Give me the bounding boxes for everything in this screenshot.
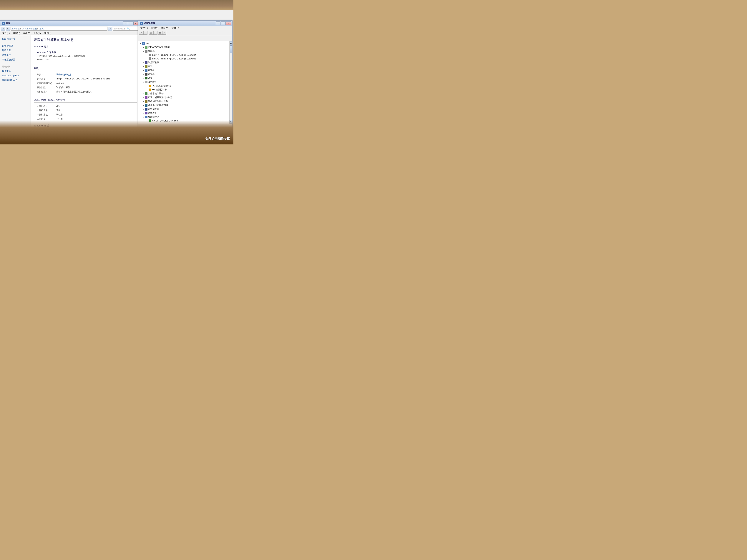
- device-list-btn[interactable]: ▤: [158, 31, 162, 35]
- tree-item-computer[interactable]: ► 计算机: [138, 68, 232, 72]
- sidebar-device-manager[interactable]: 设备管理器: [1, 44, 30, 48]
- sidebar-windows-update[interactable]: Windows Update: [1, 74, 30, 77]
- rating-value[interactable]: 系统分级不可用: [56, 73, 137, 76]
- sidebar-performance[interactable]: 性能信息和工具: [1, 78, 30, 82]
- system-breadcrumb[interactable]: 控制面板 ► 所有控制面板项 ► 系统: [10, 27, 107, 31]
- device-maximize-button[interactable]: □: [221, 22, 226, 25]
- tree-root-item[interactable]: ▼ 🖥 086: [138, 42, 232, 45]
- tree-cpu-expand[interactable]: ▼: [142, 50, 145, 53]
- tree-audio-expand[interactable]: ►: [142, 96, 145, 99]
- tree-computer-expand[interactable]: ►: [142, 69, 145, 72]
- sidebar-protection[interactable]: 系统保护: [1, 53, 30, 57]
- tree-battery-expand[interactable]: ►: [142, 65, 145, 68]
- tree-item-battery[interactable]: ► 电池: [138, 64, 232, 68]
- device-close-button[interactable]: ✕: [226, 22, 231, 25]
- device-help-btn[interactable]: ?: [153, 31, 157, 35]
- tree-item-pci[interactable]: ► PCI 简易通讯控制器: [138, 84, 232, 88]
- tree-item-audio[interactable]: ► 声音、视频和游戏控制器: [138, 96, 232, 100]
- system-refresh-button[interactable]: ↻: [108, 27, 112, 31]
- tree-keyboard-expand[interactable]: ►: [142, 77, 145, 80]
- tree-network-expand[interactable]: ►: [142, 108, 145, 111]
- sidebar-home-link[interactable]: 控制面板主页: [1, 37, 30, 41]
- tree-item-other[interactable]: ▼ 其他设备: [138, 80, 232, 84]
- breadcrumb-item-1[interactable]: 控制面板: [11, 27, 20, 30]
- tree-item-mouse[interactable]: ► 鼠标和其他指针设备: [138, 100, 232, 103]
- tree-display-expand[interactable]: ▼: [142, 115, 145, 118]
- tree-item-network[interactable]: ► 网络适配器: [138, 107, 232, 111]
- scroll-up-btn[interactable]: ▲: [230, 41, 232, 45]
- tree-root-expand[interactable]: ▼: [139, 42, 142, 45]
- device-menu-view[interactable]: 查看(V): [159, 26, 170, 30]
- computer-desc-row: 计算机描述： 不可用: [34, 113, 137, 117]
- tree-item-hid[interactable]: ► 人体学输入设备: [138, 92, 232, 96]
- computer-name-row: 计算机名： 086: [34, 104, 137, 108]
- cpu2-icon: [149, 57, 151, 60]
- system-minimize-button[interactable]: ─: [123, 22, 128, 25]
- tree-item-sysdev[interactable]: ► 系统设备: [138, 111, 232, 115]
- tree-item-cpu-group[interactable]: ▼ 处理器: [138, 49, 232, 53]
- menu-tools[interactable]: 工具(T): [32, 31, 42, 35]
- menu-edit[interactable]: 编辑(E): [11, 31, 22, 35]
- sidebar-advanced[interactable]: 高级系统设置: [1, 58, 30, 62]
- mouse-icon: [145, 100, 148, 103]
- tree-usb-expand[interactable]: ►: [142, 104, 145, 107]
- computer-fullname-row: 计算机全名： 086: [34, 108, 137, 113]
- os-type-value: 64 位操作系统: [56, 86, 137, 89]
- tree-item-cpu1[interactable]: ► Intel(R) Pentium(R) CPU G2010 @ 2.80GH…: [138, 53, 232, 57]
- tree-item-usb[interactable]: ► 通用串行总线控制器: [138, 103, 232, 107]
- pen-row: 笔和触摸： 没有可用于此显示器的笔或触控输入: [34, 90, 137, 94]
- tree-pci-expand: ►: [146, 84, 149, 87]
- system-close-button[interactable]: ✕: [133, 22, 138, 25]
- device-scrollbar[interactable]: ▲ ▼: [229, 41, 232, 124]
- sysdev-icon: [145, 112, 148, 114]
- menu-view[interactable]: 查看(V): [22, 31, 32, 35]
- breadcrumb-item-3[interactable]: 系统: [40, 27, 44, 30]
- system-title-text: 系统: [6, 22, 123, 25]
- tree-mouse-expand[interactable]: ►: [142, 100, 145, 103]
- menu-file[interactable]: 文件(F): [1, 31, 11, 35]
- system-forward-button[interactable]: ►: [6, 27, 10, 31]
- device-menu-help[interactable]: 帮助(H): [170, 26, 180, 30]
- tree-item-monitor[interactable]: ► 监视器: [138, 72, 232, 76]
- tree-battery-label: 电池: [148, 65, 153, 68]
- tree-item-ide[interactable]: ► IDE ATA/ATAPI 控制器: [138, 45, 232, 49]
- breadcrumb-item-2[interactable]: 所有控制面板项: [22, 27, 37, 30]
- tree-hid-expand[interactable]: ►: [142, 92, 145, 95]
- system-main-content: 查看有关计算机的基本信息 Windows 版本 Windows 7 专业版 版权…: [31, 35, 140, 131]
- screen-area: 🖥 系统 ─ □ ✕ ◄ ► 控制面板 ► 所有控制面板项 ► 系统 ↻ 搜索控…: [0, 10, 233, 134]
- device-back-btn[interactable]: ◄: [139, 31, 143, 35]
- cpu1-icon: [149, 54, 151, 56]
- tree-item-disk[interactable]: ► 磁盘驱动器: [138, 60, 232, 64]
- tree-item-display[interactable]: ▼ 显示适配器: [138, 115, 232, 119]
- bottom-photo-area: [0, 121, 233, 144]
- tree-other-expand[interactable]: ▼: [142, 81, 145, 83]
- usb-icon: [145, 104, 148, 107]
- device-grid-btn[interactable]: ▣: [149, 31, 153, 35]
- tree-monitor-expand[interactable]: ►: [142, 73, 145, 76]
- device-menu-file[interactable]: 文件(F): [139, 26, 149, 30]
- system-title-buttons: ─ □ ✕: [123, 22, 138, 25]
- menu-help[interactable]: 帮助(H): [42, 31, 53, 35]
- device-menu-action[interactable]: 操作(A): [149, 26, 159, 30]
- tree-item-sm[interactable]: ► SM 总线控制器: [138, 88, 232, 92]
- tree-item-keyboard[interactable]: ► 键盘: [138, 76, 232, 80]
- system-back-button[interactable]: ◄: [1, 27, 5, 31]
- display-category-icon: [145, 116, 148, 118]
- tree-monitor-label: 监视器: [148, 73, 155, 76]
- scroll-thumb[interactable]: [230, 45, 232, 53]
- tree-ide-expand[interactable]: ►: [142, 46, 145, 49]
- tree-sysdev-expand[interactable]: ►: [142, 112, 145, 115]
- device-forward-btn[interactable]: ►: [144, 31, 148, 35]
- device-settings-btn[interactable]: ⚙: [162, 31, 166, 35]
- device-minimize-button[interactable]: ─: [216, 22, 221, 25]
- system-search-box[interactable]: 搜索控制面板 🔍: [113, 27, 139, 31]
- system-maximize-button[interactable]: □: [128, 22, 133, 25]
- sidebar-action-center[interactable]: 操作中心: [1, 69, 30, 73]
- sidebar-remote[interactable]: 远程设置: [1, 48, 30, 53]
- tree-computer-label: 计算机: [148, 69, 155, 72]
- page-title: 查看有关计算机的基本信息: [34, 37, 137, 42]
- tree-disk-expand[interactable]: ►: [142, 61, 145, 64]
- tree-keyboard-label: 键盘: [148, 77, 153, 80]
- tree-item-cpu2[interactable]: ► Intel(R) Pentium(R) CPU G2010 @ 2.80GH…: [138, 57, 232, 60]
- rating-row: 分级： 系统分级不可用: [34, 73, 137, 77]
